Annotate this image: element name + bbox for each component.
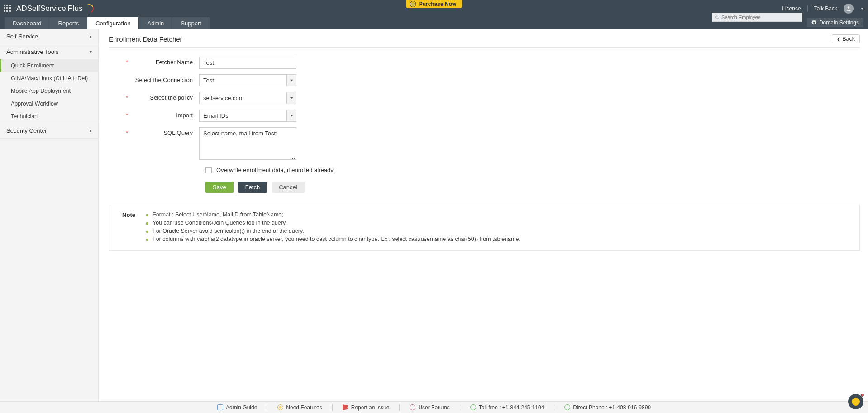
sidebar: Self-Service ▸ Administrative Tools ▾ Qu…	[0, 29, 99, 401]
save-button[interactable]: Save	[205, 182, 234, 193]
footer-report-issue[interactable]: Report an Issue	[343, 404, 390, 411]
note-item: For columns with varchar2 datatype in or…	[146, 236, 520, 242]
svg-line-2	[718, 18, 719, 19]
footer-direct-phone: Direct Phone : +1-408-916-9890	[564, 404, 651, 411]
footer-admin-guide[interactable]: Admin Guide	[217, 404, 257, 411]
overwrite-label: Overwrite enrollment data, if enrolled a…	[216, 167, 334, 173]
sidebar-sub-approval[interactable]: Approval Workflow	[0, 97, 98, 110]
tab-configuration[interactable]: Configuration	[87, 17, 138, 29]
fetcher-form: Fetcher Name Select the Connection Test …	[127, 57, 444, 193]
sidebar-sub-technician[interactable]: Technician	[0, 110, 98, 123]
label-import: Import	[127, 110, 199, 119]
brand-name: ADSelfService	[16, 4, 66, 13]
gear-icon	[811, 20, 817, 25]
note-item: For Oracle Server avoid semicolon(;) in …	[146, 228, 520, 234]
footer-need-features[interactable]: Need Features	[277, 404, 322, 411]
domain-settings-button[interactable]: Domain Settings	[807, 18, 863, 27]
sidebar-label: Administrative Tools	[6, 48, 58, 55]
purchase-label: Purchase Now	[419, 1, 457, 7]
page-title: Enrollment Data Fetcher	[109, 35, 182, 43]
sidebar-item-admin-tools[interactable]: Administrative Tools ▾	[0, 44, 98, 59]
note-item: Format : Select UserName, MailID from Ta…	[146, 211, 520, 218]
overwrite-checkbox[interactable]	[205, 167, 212, 173]
footer-toll-free: Toll free : +1-844-245-1104	[470, 404, 544, 411]
license-link[interactable]: License	[782, 5, 801, 12]
domain-settings-label: Domain Settings	[819, 19, 859, 26]
bulb-icon	[277, 404, 283, 410]
brand-swirl-icon	[83, 3, 95, 14]
chevron-right-icon: ▸	[90, 128, 92, 133]
label-policy: Select the policy	[127, 92, 199, 101]
sql-query-textarea[interactable]: Select name, mail from Test;	[199, 127, 296, 160]
brand-logo: ADSelfService Plus	[16, 4, 94, 13]
chevron-left-icon: ❮	[837, 37, 840, 42]
separator	[554, 404, 554, 411]
tab-reports[interactable]: Reports	[50, 17, 87, 29]
import-select[interactable]: Email IDs	[199, 110, 296, 122]
note-heading: Note	[117, 211, 135, 244]
sidebar-sub-gina[interactable]: GINA/Mac/Linux (Ctrl+Alt+Del)	[0, 72, 98, 85]
note-box: Note Format : Select UserName, MailID fr…	[109, 205, 860, 251]
separator	[460, 404, 460, 411]
tab-admin[interactable]: Admin	[139, 17, 172, 29]
search-input[interactable]	[721, 14, 799, 20]
dropdown-toggle[interactable]	[287, 110, 296, 122]
sidebar-label: Security Center	[6, 127, 47, 134]
policy-value: selfservice.com	[199, 92, 287, 104]
footer: Admin Guide Need Features Report an Issu…	[0, 401, 868, 413]
connection-select[interactable]: Test	[199, 74, 296, 86]
phone-icon	[470, 404, 476, 410]
people-icon	[410, 404, 415, 410]
apps-grid-icon[interactable]	[4, 5, 12, 13]
label-fetcher-name: Fetcher Name	[127, 57, 199, 66]
cancel-button[interactable]: Cancel	[272, 182, 304, 193]
connection-value: Test	[199, 74, 287, 86]
note-format-prefix: Format :	[153, 211, 175, 218]
footer-user-forums[interactable]: User Forums	[410, 404, 449, 411]
label-sql: SQL Query	[127, 127, 199, 136]
label-connection: Select the Connection	[127, 74, 199, 83]
note-list: Format : Select UserName, MailID from Ta…	[146, 211, 520, 244]
user-avatar-icon[interactable]	[844, 4, 854, 14]
dropdown-toggle[interactable]	[287, 92, 296, 104]
nav-row: Dashboard Reports Configuration Admin Su…	[0, 17, 868, 29]
phone-icon	[564, 404, 570, 410]
notification-dot-icon	[861, 394, 864, 397]
fetch-button[interactable]: Fetch	[238, 182, 267, 193]
separator	[399, 404, 400, 411]
sidebar-item-self-service[interactable]: Self-Service ▸	[0, 29, 98, 44]
fetcher-name-input[interactable]	[199, 57, 296, 69]
sidebar-sub-quick-enrollment[interactable]: Quick Enrollment	[0, 59, 98, 72]
tab-support[interactable]: Support	[172, 17, 210, 29]
separator	[332, 404, 333, 411]
talkback-link[interactable]: Talk Back	[814, 5, 837, 12]
chevron-right-icon: ▸	[90, 34, 92, 39]
sidebar-sub-mobile[interactable]: Mobile App Deployment	[0, 85, 98, 97]
content-shell: Self-Service ▸ Administrative Tools ▾ Qu…	[0, 29, 868, 401]
svg-point-0	[848, 6, 850, 9]
flag-icon	[343, 404, 348, 410]
sidebar-label: Self-Service	[6, 33, 38, 40]
back-label: Back	[842, 36, 855, 42]
back-button[interactable]: ❮ Back	[832, 34, 860, 43]
tab-dashboard[interactable]: Dashboard	[5, 17, 50, 29]
nav-right: Domain Settings	[712, 17, 863, 29]
page-header: Enrollment Data Fetcher ❮ Back	[109, 34, 860, 48]
user-menu-caret-icon[interactable]	[861, 8, 863, 10]
chat-bubble-button[interactable]	[848, 394, 863, 409]
doc-icon	[217, 404, 223, 410]
policy-select[interactable]: selfservice.com	[199, 92, 296, 104]
search-icon	[715, 15, 720, 20]
sidebar-item-security-center[interactable]: Security Center ▸	[0, 123, 98, 138]
brand-suffix: Plus	[68, 4, 83, 13]
chevron-down-icon: ▾	[90, 49, 92, 54]
dropdown-toggle[interactable]	[287, 74, 296, 86]
note-format-value: Select UserName, MailID from TableName;	[175, 211, 283, 218]
separator	[267, 404, 267, 411]
separator	[807, 5, 808, 12]
purchase-now-button[interactable]: 🛒 Purchase Now	[406, 0, 462, 8]
employee-search[interactable]	[712, 13, 802, 22]
svg-point-1	[716, 16, 718, 18]
note-item: You can use Conditions/Join Queries too …	[146, 220, 520, 226]
top-right-links: License Talk Back	[782, 4, 863, 14]
